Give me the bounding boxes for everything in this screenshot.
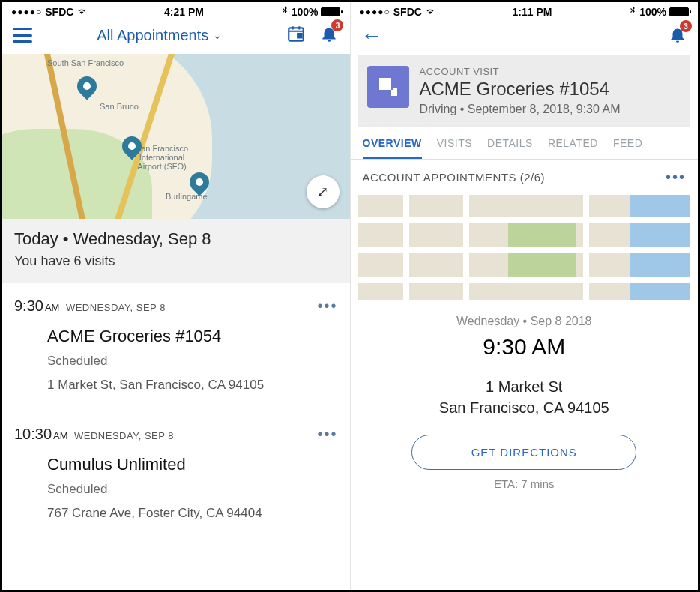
today-summary: Today • Wednesday, Sep 8 You have 6 visi…: [2, 219, 350, 283]
visit-date: WEDNESDAY, SEP 8: [74, 430, 174, 441]
clock-label: 1:11 PM: [513, 6, 552, 18]
visit-title: Cumulus Unlimited: [47, 455, 338, 474]
visit-date: WEDNESDAY, SEP 8: [66, 302, 166, 313]
visit-time: 10:30AM: [14, 426, 68, 442]
more-button[interactable]: •••: [317, 297, 337, 315]
visit-list: 9:30AM WEDNESDAY, SEP 8 ••• ACME Groceri…: [2, 283, 350, 539]
visit-address: 1 Market St, San Francisco, CA 94105: [47, 378, 338, 393]
battery-icon: [321, 7, 340, 16]
battery-label: 100%: [292, 6, 319, 18]
filter-dropdown[interactable]: All Appointments ⌄: [97, 27, 222, 44]
back-button[interactable]: ←: [361, 24, 382, 48]
appointment-time: 9:30 AM: [351, 334, 699, 360]
tab-bar: OVERVIEW VISITS DETAILS RELATED FEED: [351, 127, 699, 160]
appointment-map[interactable]: [358, 195, 691, 300]
today-date-label: Today • Wednesday, Sep 8: [14, 229, 338, 249]
more-button[interactable]: •••: [317, 426, 337, 443]
signal-icon: ●●●●○: [11, 7, 42, 17]
calendar-button[interactable]: [286, 24, 306, 46]
map-panel[interactable]: South San Francisco San Bruno San Franci…: [2, 54, 350, 219]
visit-type-label: ACCOUNT VISIT: [420, 66, 621, 77]
map-label: San Bruno: [100, 102, 139, 111]
tab-feed[interactable]: FEED: [613, 137, 642, 159]
visit-item[interactable]: 9:30AM WEDNESDAY, SEP 8 ••• ACME Groceri…: [14, 283, 338, 411]
status-bar: ●●●●○ SFDC 4:21 PM 100%: [2, 2, 350, 19]
visit-item[interactable]: 10:30AM WEDNESDAY, SEP 8 ••• Cumulus Unl…: [14, 411, 338, 539]
carrier-label: SFDC: [45, 6, 73, 18]
bluetooth-icon: [281, 5, 289, 18]
svg-rect-1: [298, 34, 302, 37]
filter-label: All Appointments: [97, 27, 208, 44]
visit-status: Scheduled: [47, 482, 338, 497]
get-directions-button[interactable]: GET DIRECTIONS: [411, 435, 636, 470]
map-label: South San Francisco: [47, 58, 124, 67]
visit-status: Scheduled: [47, 354, 338, 369]
notifications-button[interactable]: 3: [319, 24, 339, 46]
appointment-address-line1: 1 Market St: [351, 376, 699, 397]
today-visits-label: You have 6 visits: [14, 253, 338, 269]
battery-icon: [669, 7, 689, 16]
status-bar: ●●●●○ SFDC 1:11 PM 100%: [351, 2, 699, 19]
tab-details[interactable]: DETAILS: [487, 137, 533, 159]
signal-icon: ●●●●○: [360, 7, 390, 17]
clock-label: 4:21 PM: [164, 6, 204, 18]
wifi-icon: [76, 6, 87, 18]
notification-badge: 3: [680, 20, 692, 32]
section-header: ACCOUNT APPOINTMENTS (2/6) •••: [351, 160, 699, 195]
notifications-button[interactable]: 3: [668, 25, 687, 47]
eta-label: ETA: 7 mins: [351, 477, 699, 490]
more-button[interactable]: •••: [666, 169, 686, 186]
carrier-label: SFDC: [393, 6, 422, 18]
section-title: ACCOUNT APPOINTMENTS (2/6): [363, 171, 546, 184]
visit-title: ACME Groceries #1054: [47, 327, 338, 346]
battery-label: 100%: [639, 6, 666, 18]
appointment-details: Wednesday • Sep 8 2018 9:30 AM 1 Market …: [351, 300, 699, 498]
phone-left: ●●●●○ SFDC 4:21 PM 100% All Appointments…: [2, 2, 350, 590]
tab-visits[interactable]: VISITS: [437, 137, 472, 159]
bluetooth-icon: [629, 5, 636, 18]
visit-time: 9:30AM: [14, 297, 59, 314]
chevron-down-icon: ⌄: [213, 29, 222, 41]
tab-related[interactable]: RELATED: [548, 137, 598, 159]
appointment-address-line2: San Francisco, CA 94105: [351, 397, 699, 418]
menu-button[interactable]: [13, 28, 32, 43]
phone-right: ●●●●○ SFDC 1:11 PM 100% ← 3 ACCOUNT VISI…: [350, 2, 699, 590]
app-bar: All Appointments ⌄ 3: [2, 19, 350, 54]
wifi-icon: [425, 6, 435, 18]
visit-subtitle: Driving • September 8, 2018, 9:30 AM: [420, 103, 621, 116]
app-bar: ← 3: [351, 19, 699, 55]
visit-title: ACME Groceries #1054: [420, 79, 621, 100]
account-icon: [367, 66, 409, 108]
tab-overview[interactable]: OVERVIEW: [363, 137, 422, 159]
map-expand-button[interactable]: ⤢: [307, 175, 340, 208]
appointment-date: Wednesday • Sep 8 2018: [351, 315, 699, 328]
visit-header-card: ACCOUNT VISIT ACME Groceries #1054 Drivi…: [358, 55, 691, 127]
visit-address: 767 Crane Ave, Foster City, CA 94404: [47, 506, 338, 521]
notification-badge: 3: [331, 19, 343, 31]
